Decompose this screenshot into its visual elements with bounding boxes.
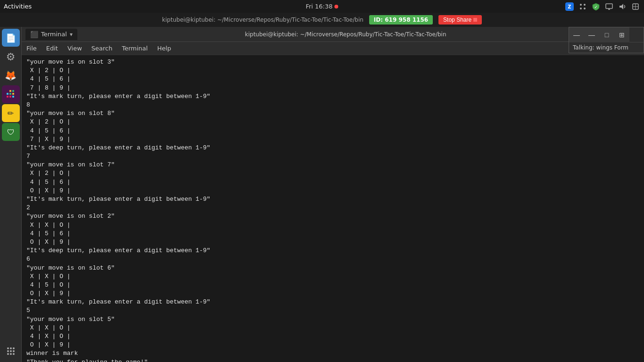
menu-terminal[interactable]: Terminal bbox=[120, 44, 149, 53]
svg-point-24 bbox=[13, 347, 15, 349]
svg-rect-19 bbox=[9, 90, 11, 92]
activities-label[interactable]: Activities bbox=[4, 3, 32, 10]
monitor-tray-icon[interactable] bbox=[604, 2, 614, 11]
svg-rect-16 bbox=[7, 93, 8, 95]
terminal-tab-dropdown[interactable]: ▾ bbox=[70, 31, 73, 38]
svg-point-27 bbox=[13, 350, 15, 352]
sidebar-icon-vpn[interactable]: 🛡 bbox=[2, 123, 20, 141]
zoom-video-button[interactable]: □ bbox=[599, 27, 614, 42]
svg-point-4 bbox=[580, 8, 582, 9]
svg-point-23 bbox=[10, 347, 12, 349]
svg-point-26 bbox=[10, 350, 12, 352]
terminal-titlebar: ⬛ Terminal ▾ kiptubei@kiptubei: ~/Microv… bbox=[22, 27, 644, 42]
apps-tray-icon[interactable] bbox=[578, 2, 587, 11]
menu-view[interactable]: View bbox=[66, 44, 84, 53]
sidebar-icon-settings[interactable]: ⚙ bbox=[2, 48, 20, 66]
recording-dot bbox=[335, 5, 339, 8]
terminal-window: ⬛ Terminal ▾ kiptubei@kiptubei: ~/Microv… bbox=[22, 27, 644, 362]
share-path-text: kiptubei@kiptubei: ~/Microverse/Repos/Ru… bbox=[162, 16, 363, 23]
svg-text:✓: ✓ bbox=[594, 5, 598, 9]
zoom-controls-panel: — — □ ⊞ Talking: wings Form bbox=[569, 27, 644, 53]
system-bar-left: Activities bbox=[4, 3, 32, 10]
svg-marker-10 bbox=[619, 4, 623, 9]
svg-rect-7 bbox=[606, 4, 612, 8]
clock-display: Fri 16:38 bbox=[305, 3, 338, 10]
menu-edit[interactable]: Edit bbox=[44, 44, 60, 53]
terminal-content[interactable]: "your move is on slot 3" X | 2 | O | 4 |… bbox=[22, 55, 644, 362]
svg-point-2 bbox=[580, 4, 582, 6]
menu-file[interactable]: File bbox=[25, 44, 39, 53]
terminal-tab-label: Terminal bbox=[41, 31, 67, 38]
zoom-grid-button[interactable]: ⊞ bbox=[614, 27, 629, 42]
zoom-minimize-button[interactable]: — bbox=[569, 27, 584, 42]
svg-point-30 bbox=[13, 353, 15, 355]
sidebar-apps-button[interactable] bbox=[2, 342, 20, 360]
sidebar-icon-files[interactable]: 📄 bbox=[2, 29, 20, 47]
svg-point-28 bbox=[7, 353, 9, 355]
svg-rect-15 bbox=[9, 96, 11, 98]
sidebar-icon-notes[interactable]: ✏ bbox=[2, 104, 20, 122]
terminal-title-path: kiptubei@kiptubei: ~/Microverse/Repos/Ru… bbox=[77, 31, 614, 38]
svg-point-5 bbox=[584, 8, 586, 9]
terminal-menubar: File Edit View Search Terminal Help bbox=[22, 42, 644, 55]
system-bar-center: Fri 16:38 bbox=[305, 3, 338, 10]
zoom-audio-button[interactable]: — bbox=[584, 27, 599, 42]
svg-text:Z: Z bbox=[568, 4, 571, 9]
share-id-badge: ID: 619 958 1156 bbox=[369, 15, 433, 25]
svg-rect-21 bbox=[12, 90, 14, 92]
zoom-talking-label: Talking: wings Form bbox=[569, 42, 644, 53]
menu-search[interactable]: Search bbox=[90, 44, 115, 53]
screen-share-bar: kiptubei@kiptubei: ~/Microverse/Repos/Ru… bbox=[0, 13, 644, 27]
shield-tray-icon[interactable]: ✓ bbox=[591, 2, 601, 11]
network-tray-icon[interactable] bbox=[631, 2, 640, 11]
main-layout: 📄 ⚙ 🦊 ✏ 🛡 bbox=[0, 27, 644, 362]
zoom-buttons-row: — — □ ⊞ bbox=[569, 27, 644, 42]
system-bar-right: Z ✓ bbox=[565, 2, 640, 11]
svg-rect-14 bbox=[7, 96, 8, 98]
svg-point-3 bbox=[584, 4, 586, 6]
svg-rect-20 bbox=[12, 96, 14, 98]
zoom-tray-icon[interactable]: Z bbox=[565, 2, 574, 11]
terminal-tab-icon: ⬛ bbox=[30, 31, 38, 38]
system-bar: Activities Fri 16:38 Z bbox=[0, 0, 644, 13]
menu-help[interactable]: Help bbox=[155, 44, 173, 53]
stop-share-indicator bbox=[473, 18, 477, 22]
volume-tray-icon[interactable] bbox=[618, 2, 627, 11]
svg-point-25 bbox=[7, 350, 9, 352]
svg-rect-17 bbox=[9, 93, 11, 95]
svg-point-29 bbox=[10, 353, 12, 355]
terminal-tab[interactable]: ⬛ Terminal ▾ bbox=[25, 29, 77, 40]
svg-point-22 bbox=[7, 347, 9, 349]
svg-rect-18 bbox=[12, 93, 14, 95]
sidebar-icon-slack[interactable] bbox=[2, 85, 20, 103]
sidebar-icon-firefox[interactable]: 🦊 bbox=[2, 66, 20, 84]
stop-share-button[interactable]: Stop Share bbox=[438, 15, 482, 25]
sidebar: 📄 ⚙ 🦊 ✏ 🛡 bbox=[0, 27, 22, 362]
